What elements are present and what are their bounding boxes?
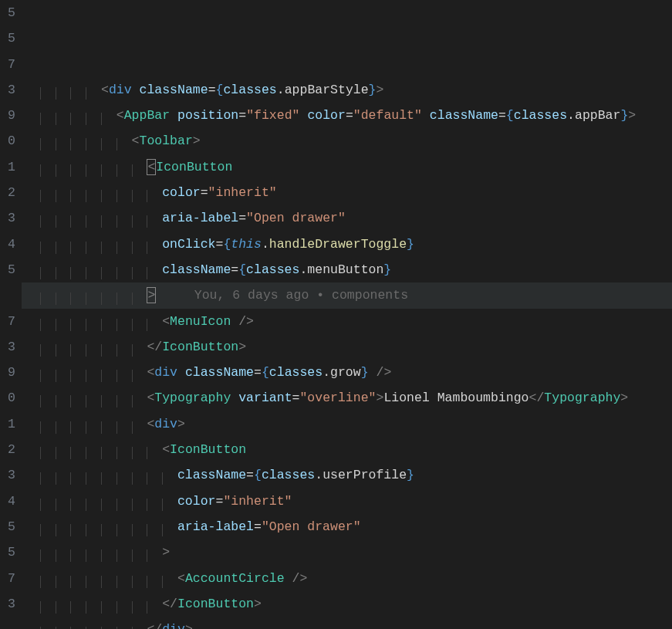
code-line[interactable]: color="inherit" [22,489,672,514]
code-line[interactable]: aria-label="Open drawer" [22,514,672,539]
line-number: 0 [0,385,15,411]
token: { [262,365,269,380]
token: " [369,391,377,405]
code-line[interactable]: aria-label="Open drawer" [22,205,672,231]
code-line[interactable]: </IconButton> [22,591,672,617]
code-line[interactable]: </div> [22,617,672,629]
code-line[interactable]: <IconButton [22,154,672,180]
token: AppBar [124,108,170,123]
token: < [162,314,170,329]
line-number: 1 [0,154,15,180]
token: userProfile [322,468,407,482]
token: > [193,134,201,148]
token: " [338,211,346,225]
token [170,108,177,123]
token: < [147,159,156,175]
line-number: 7 [0,309,15,334]
code-line[interactable]: <Typography variant="overline">Lionel Ma… [22,385,672,411]
token: } [361,365,369,380]
token: = [238,211,246,225]
token: /> [238,314,254,329]
token: < [101,83,109,97]
token: " [269,185,277,200]
code-line[interactable]: <div className={classes.grow} /> [22,360,672,385]
line-number: 9 [0,103,15,128]
token: > [238,340,246,354]
token: " [208,185,216,200]
code-line[interactable]: color="inherit" [22,180,672,205]
token: MenuIcon [170,314,231,329]
token: </ [162,597,177,611]
token: </ [529,391,545,405]
token: classes [262,468,315,482]
token: </ [147,622,162,629]
token: IconButton [170,442,246,457]
code-line[interactable]: <div> [22,411,672,437]
token [132,83,140,97]
token: . [262,237,269,252]
line-number: 7 [0,52,15,77]
code-line[interactable]: <MenuIcon /> [22,309,672,334]
token [422,108,430,123]
code-content[interactable]: <div className={classes.appBarStyle}><Ap… [22,0,672,629]
token: position [177,108,238,123]
token: = [208,83,216,97]
token: } [620,108,628,123]
line-number-gutter: 55739012345739012345573 [0,0,22,629]
token: = [254,519,262,534]
code-line[interactable]: </IconButton> [22,334,672,360]
code-editor[interactable]: 55739012345739012345573 <div className={… [0,0,672,629]
token: aria-label [177,519,254,534]
line-number: 3 [0,591,15,617]
line-number: 4 [0,489,15,514]
code-line[interactable]: > You, 6 days ago • components [22,282,672,308]
token [299,108,307,123]
code-line[interactable]: <AccountCircle /> [22,566,672,591]
token: . [567,108,575,123]
token: . [315,468,322,482]
token: Open drawer [254,211,338,225]
token: { [506,108,514,123]
token: classes [246,262,299,277]
token: < [147,391,154,405]
code-line[interactable]: > [22,539,672,565]
token: variant [238,391,292,405]
code-line[interactable]: className={classes.userProfile} [22,462,672,488]
token [369,365,377,380]
token: < [132,134,140,148]
token: color [177,494,216,509]
line-number: 3 [0,77,15,103]
token: Lionel Mamboumbingo [383,391,528,405]
code-line[interactable]: <IconButton [22,437,672,462]
token: appBarStyle [285,83,369,97]
code-line[interactable]: <div className={classes.appBarStyle}> [22,77,672,103]
token [156,288,194,303]
token: " [292,108,300,123]
code-line[interactable]: <AppBar position="fixed" color="default"… [22,103,672,128]
line-number: 1 [0,411,15,437]
token: > [376,391,383,405]
token: Toolbar [139,134,192,148]
token: > [620,391,628,405]
line-number: 2 [0,437,15,462]
token: className [430,108,498,123]
token: < [147,417,154,431]
token: className [177,468,246,482]
token: " [246,108,254,123]
line-number [0,282,15,308]
token: < [177,571,185,586]
line-number: 5 [0,539,15,565]
code-line[interactable]: <Toolbar> [22,128,672,154]
token [285,571,292,586]
token: > [185,622,193,629]
token: div [154,417,177,431]
token: " [285,494,292,509]
token: " [299,391,307,405]
token: { [238,262,246,277]
token: = [292,391,300,405]
token: color [162,185,201,200]
token: > [628,108,636,123]
code-line[interactable]: className={classes.menuButton} [22,257,672,282]
token: = [498,108,506,123]
code-line[interactable]: onClick={this.handleDrawerToggle} [22,232,672,257]
